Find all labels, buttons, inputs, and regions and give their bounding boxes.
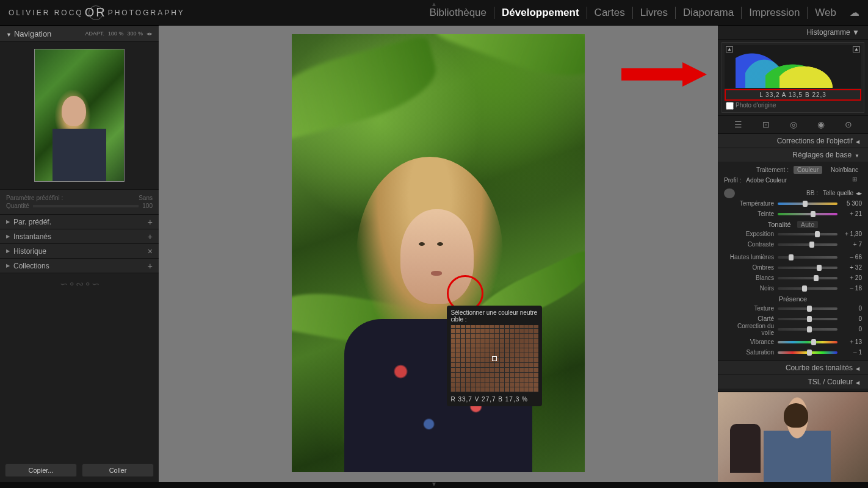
module-library[interactable]: Bibliothèque [422, 7, 494, 19]
contrast-value[interactable]: + 7 [841, 241, 862, 248]
vibrance-slider[interactable] [778, 341, 837, 343]
right-panel: Histogramme ▼ ▲ ▲ L 33,2 A 13,5 B 22,3 P… [718, 26, 868, 482]
module-print[interactable]: Impression [742, 7, 808, 19]
treatment-color[interactable]: Couleur [794, 166, 822, 174]
module-map[interactable]: Cartes [587, 7, 633, 19]
saturation-label: Saturation [724, 349, 774, 356]
clarity-value[interactable]: 0 [841, 315, 862, 322]
dehaze-value[interactable]: 0 [841, 326, 862, 332]
treatment-row: Traitement : Couleur Noir/blanc [724, 165, 862, 174]
module-slideshow[interactable]: Diaporama [676, 7, 742, 19]
shadow-clip-icon[interactable]: ▲ [726, 46, 733, 52]
treatment-bw[interactable]: Noir/blanc [827, 166, 862, 174]
sliders-tool-icon[interactable]: ☰ [734, 120, 742, 129]
navigator-zoom[interactable]: ADAPT.100 %300 %◂▸ [81, 30, 153, 37]
saturation-value[interactable]: – 1 [841, 349, 862, 356]
preset-amount-value: 100 [142, 203, 153, 209]
wb-picker-loupe: Sélectionner une couleur neutre cible : … [447, 306, 542, 406]
shadows-slider[interactable] [778, 267, 837, 269]
paste-button[interactable]: Coller [82, 464, 154, 477]
blacks-slider[interactable] [778, 287, 837, 290]
module-web[interactable]: Web [808, 7, 844, 19]
blacks-value[interactable]: – 18 [841, 285, 862, 292]
cloud-sync-icon[interactable]: ☁ [850, 7, 859, 18]
vibrance-value[interactable]: + 13 [841, 339, 862, 345]
navigator-header[interactable]: ▼Navigation ADAPT.100 %300 %◂▸ [0, 26, 159, 41]
profile-dropdown[interactable]: Adobe Couleur [746, 177, 852, 184]
panel-ornament: ∽⚬∾⚬∽ [0, 273, 159, 295]
image-canvas[interactable]: Sélectionner une couleur neutre cible : … [159, 26, 718, 482]
temp-slider[interactable] [778, 203, 837, 205]
profile-browser-icon[interactable] [852, 176, 862, 185]
blacks-label: Noirs [724, 285, 774, 292]
module-develop[interactable]: Développement [494, 7, 587, 19]
presets-panel[interactable]: ▶Par. prédéf.+ [0, 215, 159, 229]
module-picker: Bibliothèque Développement Cartes Livres… [422, 7, 859, 19]
preset-amount-slider[interactable] [33, 205, 139, 207]
module-book[interactable]: Livres [633, 7, 676, 19]
logo-right: PHOTOGRAPHY [108, 9, 185, 17]
history-panel[interactable]: ▶Historique× [0, 244, 159, 259]
tint-slider[interactable] [778, 213, 837, 215]
histogram-header[interactable]: Histogramme ▼ [718, 26, 868, 40]
texture-label: Texture [724, 305, 774, 312]
whites-slider[interactable] [778, 277, 837, 279]
texture-value[interactable]: 0 [841, 305, 862, 312]
snapshots-panel[interactable]: ▶Instantanés+ [0, 229, 159, 244]
highlights-value[interactable]: – 66 [841, 254, 862, 260]
copy-button[interactable]: Copier... [5, 464, 77, 477]
highlight-clip-icon[interactable]: ▲ [853, 46, 860, 52]
collections-panel[interactable]: ▶Collections+ [0, 259, 159, 273]
logo-monogram: OR [89, 5, 103, 20]
main-photo: Sélectionner une couleur neutre cible : … [292, 34, 585, 472]
filmstrip-toggle[interactable]: ▼ [431, 481, 437, 487]
clarity-slider[interactable] [778, 318, 837, 320]
preset-label: Paramètre prédéfini : [6, 195, 63, 201]
basic-panel: Traitement : Couleur Noir/blanc Profil :… [718, 162, 868, 361]
contrast-slider[interactable] [778, 243, 837, 246]
basic-panel-header[interactable]: Réglages de base▼ [718, 148, 868, 162]
vibrance-label: Vibrance [724, 339, 774, 345]
original-photo-toggle[interactable]: Photo d'origine [725, 101, 861, 110]
shadows-value[interactable]: + 32 [841, 264, 862, 271]
top-panel-toggle[interactable]: ▲ [431, 1, 437, 7]
auto-tone-button[interactable]: Auto [797, 221, 819, 228]
tint-label: Teinte [724, 210, 774, 217]
highlights-slider[interactable] [778, 256, 837, 259]
wb-dropdown[interactable]: Telle quelle [823, 190, 853, 196]
saturation-slider[interactable] [778, 351, 837, 354]
whites-value[interactable]: + 20 [841, 274, 862, 281]
crop-tool-icon[interactable]: ⊡ [762, 120, 770, 129]
loupe-title: Sélectionner une couleur neutre cible : [450, 309, 538, 323]
tsl-header[interactable]: TSL / Couleur◀ [718, 375, 868, 389]
preset-preview-box: Paramètre prédéfini :Sans Quantité100 [0, 189, 159, 215]
webcam-overlay [718, 392, 868, 482]
navigator-title: Navigation [14, 29, 51, 38]
heal-tool-icon[interactable]: ◎ [790, 120, 797, 129]
wb-label: BB : [735, 190, 818, 196]
loupe-grid [450, 325, 538, 392]
tone-curve-header[interactable]: Courbe des tonalités◀ [718, 361, 868, 375]
presence-heading: Présence [724, 295, 862, 303]
preset-amount-label: Quantité [6, 203, 29, 209]
exposure-value[interactable]: + 1,30 [841, 231, 862, 237]
lens-corrections-header[interactable]: Corrections de l'objectif◀ [718, 134, 868, 148]
navigator-preview[interactable] [34, 49, 125, 182]
whites-label: Blancs [724, 274, 774, 281]
local-adjust-toolstrip: ☰ ⊡ ◎ ◉ ⊙ [718, 115, 868, 134]
exposure-label: Exposition [724, 231, 774, 237]
left-panel: ▼Navigation ADAPT.100 %300 %◂▸ Paramètre… [0, 26, 159, 482]
contrast-label: Contraste [724, 241, 774, 248]
redeye-tool-icon[interactable]: ⊙ [845, 120, 852, 129]
exposure-slider[interactable] [778, 233, 837, 235]
texture-slider[interactable] [778, 307, 837, 310]
lab-readout: L 33,2 A 13,5 B 22,3 [725, 89, 861, 101]
wb-picker-icon[interactable] [724, 188, 735, 198]
histogram[interactable]: ▲ ▲ [725, 45, 861, 88]
dehaze-slider[interactable] [778, 328, 837, 331]
tone-heading: Tonalité [768, 221, 791, 228]
mask-tool-icon[interactable]: ◉ [817, 120, 825, 129]
shadows-label: Ombres [724, 264, 774, 271]
tint-value[interactable]: + 21 [841, 210, 862, 217]
temp-value[interactable]: 5 300 [841, 200, 862, 207]
